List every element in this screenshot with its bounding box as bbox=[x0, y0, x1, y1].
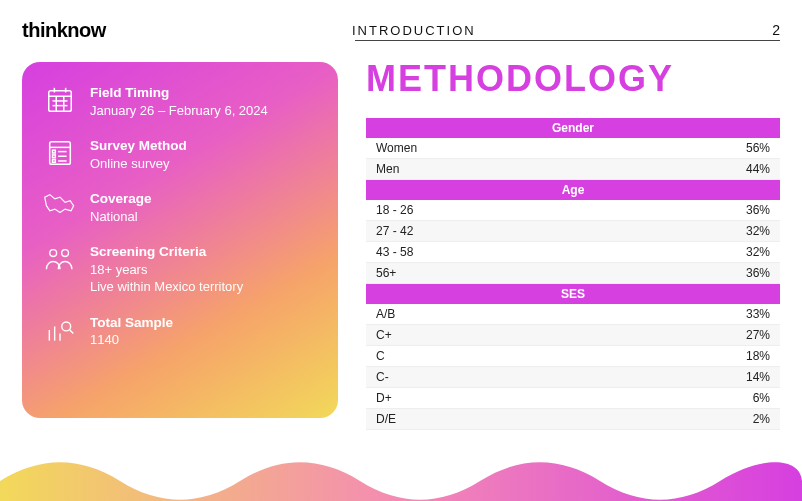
table-row: C- 14% bbox=[366, 367, 780, 388]
row-label: A/B bbox=[366, 304, 720, 325]
row-value: 2% bbox=[720, 409, 780, 430]
main-panel: METHODOLOGY Gender Women 56% Men 44% Age… bbox=[366, 62, 780, 430]
table-row: 18 - 26 36% bbox=[366, 200, 780, 221]
table-row: D/E 2% bbox=[366, 409, 780, 430]
section-gender-label: Gender bbox=[366, 118, 780, 138]
svg-rect-10 bbox=[53, 150, 56, 153]
brand-logo: thinknow bbox=[22, 19, 352, 42]
svg-rect-14 bbox=[53, 160, 56, 163]
survey-method-item: Survey Method Online survey bbox=[42, 137, 318, 172]
section-ses: SES bbox=[366, 284, 780, 305]
screening-sub2: Live within Mexico territory bbox=[90, 278, 318, 296]
svg-rect-12 bbox=[53, 155, 56, 158]
total-sample-item: Total Sample 1140 bbox=[42, 314, 318, 349]
row-label: 56+ bbox=[366, 263, 720, 284]
table-row: Men 44% bbox=[366, 159, 780, 180]
row-label: D+ bbox=[366, 388, 720, 409]
calendar-icon bbox=[42, 84, 78, 115]
coverage-item: Coverage National bbox=[42, 190, 318, 225]
row-value: 33% bbox=[720, 304, 780, 325]
table-row: D+ 6% bbox=[366, 388, 780, 409]
svg-point-16 bbox=[50, 250, 57, 257]
table-row: 56+ 36% bbox=[366, 263, 780, 284]
row-value: 27% bbox=[720, 325, 780, 346]
field-timing-title: Field Timing bbox=[90, 84, 318, 102]
screening-title: Screening Criteria bbox=[90, 243, 318, 261]
wave-decoration bbox=[0, 451, 802, 501]
total-sample-title: Total Sample bbox=[90, 314, 318, 332]
methodology-card: Field Timing January 26 – February 6, 20… bbox=[22, 62, 338, 418]
page-number: 2 bbox=[772, 22, 780, 38]
screening-sub1: 18+ years bbox=[90, 261, 318, 279]
survey-method-sub: Online survey bbox=[90, 155, 318, 173]
row-value: 14% bbox=[720, 367, 780, 388]
header-section-title: INTRODUCTION bbox=[352, 23, 772, 38]
row-label: Women bbox=[366, 138, 720, 159]
header-divider bbox=[355, 40, 780, 41]
people-icon bbox=[42, 243, 78, 274]
chart-search-icon bbox=[42, 314, 78, 345]
svg-line-22 bbox=[70, 330, 74, 334]
row-label: D/E bbox=[366, 409, 720, 430]
row-label: 27 - 42 bbox=[366, 221, 720, 242]
screening-item: Screening Criteria 18+ years Live within… bbox=[42, 243, 318, 296]
table-row: Women 56% bbox=[366, 138, 780, 159]
survey-icon bbox=[42, 137, 78, 168]
row-value: 6% bbox=[720, 388, 780, 409]
row-label: C bbox=[366, 346, 720, 367]
svg-point-21 bbox=[62, 322, 71, 331]
row-label: 43 - 58 bbox=[366, 242, 720, 263]
table-row: A/B 33% bbox=[366, 304, 780, 325]
table-row: C+ 27% bbox=[366, 325, 780, 346]
svg-point-17 bbox=[62, 250, 69, 257]
table-row: 43 - 58 32% bbox=[366, 242, 780, 263]
row-value: 56% bbox=[720, 138, 780, 159]
row-label: 18 - 26 bbox=[366, 200, 720, 221]
section-age: Age bbox=[366, 180, 780, 201]
row-value: 18% bbox=[720, 346, 780, 367]
map-icon bbox=[42, 190, 78, 217]
row-value: 36% bbox=[720, 263, 780, 284]
section-gender: Gender bbox=[366, 118, 780, 138]
row-value: 36% bbox=[720, 200, 780, 221]
row-value: 32% bbox=[720, 221, 780, 242]
table-row: 27 - 42 32% bbox=[366, 221, 780, 242]
row-value: 44% bbox=[720, 159, 780, 180]
field-timing-item: Field Timing January 26 – February 6, 20… bbox=[42, 84, 318, 119]
row-label: C- bbox=[366, 367, 720, 388]
row-label: C+ bbox=[366, 325, 720, 346]
section-age-label: Age bbox=[366, 180, 780, 201]
data-table: Gender Women 56% Men 44% Age 18 - 26 36%… bbox=[366, 118, 780, 430]
row-value: 32% bbox=[720, 242, 780, 263]
survey-method-title: Survey Method bbox=[90, 137, 318, 155]
page-title: METHODOLOGY bbox=[366, 58, 780, 100]
table-row: C 18% bbox=[366, 346, 780, 367]
coverage-sub: National bbox=[90, 208, 318, 226]
field-timing-sub: January 26 – February 6, 2024 bbox=[90, 102, 318, 120]
row-label: Men bbox=[366, 159, 720, 180]
header: thinknow INTRODUCTION 2 bbox=[0, 0, 802, 44]
section-ses-label: SES bbox=[366, 284, 780, 305]
coverage-title: Coverage bbox=[90, 190, 318, 208]
total-sample-sub: 1140 bbox=[90, 331, 318, 349]
